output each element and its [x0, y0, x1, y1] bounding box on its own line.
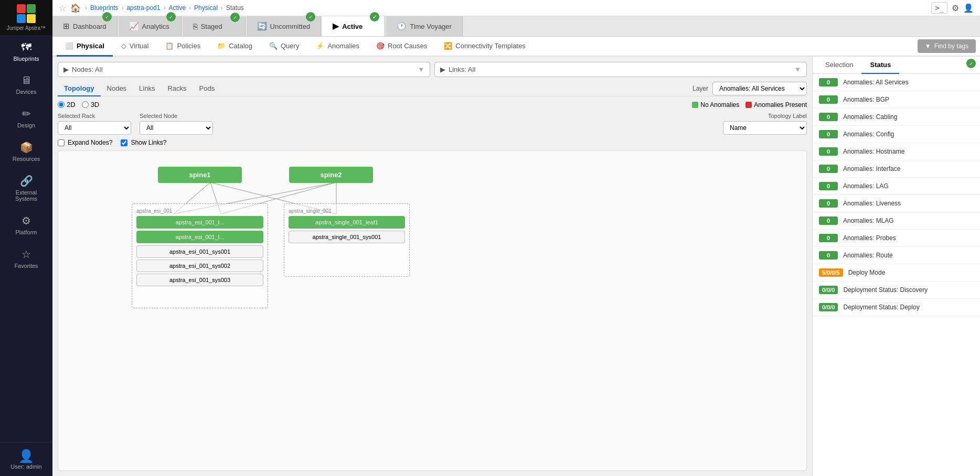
leaf-esi-1[interactable]: apstra_esi_001_l... [136, 216, 263, 229]
status-item-13[interactable]: 0/0/0 Deployment Status: Deploy [813, 299, 980, 316]
radio-3d-input[interactable] [82, 101, 89, 108]
layer-select[interactable]: Anomalies: All Services [712, 82, 807, 95]
radio-2d-input[interactable] [58, 101, 65, 108]
nodes-filter[interactable]: ▶ Nodes: All ▼ [58, 62, 430, 77]
layer-label: Layer [693, 85, 708, 92]
status-item-4[interactable]: 0 Anomalies: Hostname [813, 143, 980, 160]
node-selector[interactable]: All [140, 121, 213, 135]
external-systems-icon: 🔗 [20, 175, 33, 187]
status-item-10[interactable]: 0 Anomalies: Route [813, 247, 980, 264]
sub-tab-policies[interactable]: 📋 Policies [157, 37, 209, 57]
favorites-icon: ☆ [22, 248, 31, 261]
status-item-9[interactable]: 0 Anomalies: Probes [813, 230, 980, 247]
status-item-5[interactable]: 0 Anomalies: Interface [813, 160, 980, 178]
topo-tab-links[interactable]: Links [133, 81, 161, 96]
show-links-checkbox[interactable] [121, 139, 127, 146]
status-item-1[interactable]: 0 Anomalies: BGP [813, 91, 980, 109]
top-user-icon[interactable]: 👤 [963, 3, 974, 13]
tab-active[interactable]: ✓ ▶ Active [322, 16, 385, 36]
sys-esi-2[interactable]: apstra_esi_001_sys002 [136, 259, 263, 272]
rp-tab-status[interactable]: Status [861, 57, 899, 74]
right-panel-tabs: Selection Status ✓ [813, 57, 980, 74]
status-label-7: Anomalies: Liveness [843, 200, 901, 207]
filter-row: ▶ Nodes: All ▼ ▶ Links: All ▼ [58, 62, 807, 77]
sidebar-item-label-favorites: Favorites [14, 263, 38, 269]
sub-tab-physical[interactable]: ⬜ Physical [57, 37, 113, 57]
pods-tab-label: Pods [199, 84, 215, 92]
breadcrumb-sep-3: › [163, 4, 165, 12]
sub-tabs: ⬜ Physical ◇ Virtual 📋 Policies 📁 Catalo… [52, 37, 980, 57]
status-item-3[interactable]: 0 Anomalies: Config [813, 126, 980, 143]
find-by-tags-button[interactable]: ▼ Find by tags [918, 39, 976, 53]
status-badge-7: 0 [819, 199, 838, 208]
status-item-7[interactable]: 0 Anomalies: Liveness [813, 195, 980, 212]
status-item-6[interactable]: 0 Anomalies: LAG [813, 178, 980, 195]
sidebar-item-favorites[interactable]: ☆ Favorites [0, 242, 52, 275]
status-item-2[interactable]: 0 Anomalies: Cabling [813, 109, 980, 126]
radio-3d[interactable]: 3D [82, 101, 100, 109]
links-filter[interactable]: ▶ Links: All ▼ [434, 62, 807, 77]
show-links-option[interactable]: Show Links? [121, 139, 166, 146]
sidebar-item-platform[interactable]: ⚙ Platform [0, 208, 52, 242]
sub-tab-anomalies[interactable]: ⚡ Anomalies [307, 37, 368, 57]
sidebar-item-design[interactable]: ✏ Design [0, 101, 52, 135]
sub-tab-root-causes[interactable]: 🎯 Root Causes [368, 37, 435, 57]
sub-tab-virtual[interactable]: ◇ Virtual [113, 37, 157, 57]
tab-time-voyager-label: Time Voyager [410, 23, 452, 30]
topo-tab-nodes[interactable]: Nodes [101, 81, 133, 96]
sidebar-item-external-systems[interactable]: 🔗 External Systems [0, 168, 52, 208]
status-item-0[interactable]: 0 Anomalies: All Services [813, 74, 980, 91]
settings-icon[interactable]: ⚙ [952, 3, 959, 13]
sidebar-item-blueprints[interactable]: 🗺 Blueprints [0, 35, 52, 68]
racks-tab-label: Racks [167, 84, 186, 92]
active-check: ✓ [370, 12, 379, 21]
sub-tab-query-label: Query [281, 42, 299, 50]
tab-time-voyager[interactable]: 🕐 Time Voyager [386, 16, 463, 36]
leaf-esi-2[interactable]: apstra_esi_001_l... [136, 231, 263, 243]
spine2-node[interactable]: spine2 [289, 167, 373, 183]
sub-tab-policies-label: Policies [177, 42, 200, 50]
status-item-8[interactable]: 0 Anomalies: MLAG [813, 212, 980, 230]
legend-anomalies-present: Anomalies Present [745, 101, 807, 109]
breadcrumb-blueprints[interactable]: Blueprints [90, 4, 118, 12]
tab-dashboard[interactable]: ✓ ⊞ Dashboard [52, 16, 118, 36]
star-icon[interactable]: ☆ [59, 3, 66, 13]
sys-esi-3[interactable]: apstra_esi_001_sys003 [136, 274, 263, 286]
legend-no-anomalies: No Anomalies [692, 101, 739, 109]
status-item-12[interactable]: 0/0/0 Deployment Status: Discovery [813, 282, 980, 299]
home-icon[interactable]: 🏠 [70, 3, 81, 13]
sub-tab-connectivity-templates[interactable]: 🔀 Connectivity Templates [435, 37, 534, 57]
rack-selector[interactable]: All [58, 121, 131, 135]
sys-single-1[interactable]: apstra_single_001_sys001 [289, 231, 405, 243]
topo-tab-pods[interactable]: Pods [193, 81, 221, 96]
sidebar-item-devices[interactable]: 🖥 Devices [0, 68, 52, 101]
sub-tab-root-causes-label: Root Causes [388, 42, 427, 50]
leaf-single[interactable]: apstra_single_001_leaf1 [289, 216, 405, 229]
breadcrumb-sep-2: › [121, 4, 123, 12]
sidebar-item-resources[interactable]: 📦 Resources [0, 135, 52, 168]
breadcrumb-physical[interactable]: Physical [194, 4, 218, 12]
sub-tab-query[interactable]: 🔍 Query [261, 37, 307, 57]
options-row: Expand Nodes? Show Links? [58, 139, 807, 146]
tab-staged[interactable]: ✓ ⎘ Staged [183, 17, 246, 36]
topo-tab-racks[interactable]: Racks [161, 81, 193, 96]
tab-analytics[interactable]: ✓ 📈 Analytics [119, 16, 182, 36]
terminal-icon[interactable]: >_ [931, 2, 947, 14]
breadcrumb-active[interactable]: Active [168, 4, 186, 12]
status-label-2: Anomalies: Cabling [843, 113, 897, 121]
layer-row: Layer Anomalies: All Services [693, 82, 807, 95]
spine1-node[interactable]: spine1 [158, 167, 242, 183]
find-by-tags-label: Find by tags [934, 42, 968, 50]
topo-label-select[interactable]: Name [723, 121, 807, 135]
rp-tab-selection[interactable]: Selection [817, 57, 861, 74]
topo-tab-topology[interactable]: Topology [58, 81, 101, 96]
expand-nodes-checkbox[interactable] [58, 139, 65, 146]
expand-nodes-option[interactable]: Expand Nodes? [58, 139, 112, 146]
status-label-9: Anomalies: Probes [843, 234, 896, 242]
sys-esi-1[interactable]: apstra_esi_001_sys001 [136, 245, 263, 258]
breadcrumb-pod[interactable]: apstra-pod1 [126, 4, 160, 12]
status-item-11[interactable]: 5/0/0/5 Deploy Mode [813, 264, 980, 282]
sub-tab-catalog[interactable]: 📁 Catalog [209, 37, 261, 57]
tab-uncommitted[interactable]: ✓ 🔄 Uncommitted [247, 16, 322, 36]
radio-2d[interactable]: 2D [58, 101, 76, 109]
